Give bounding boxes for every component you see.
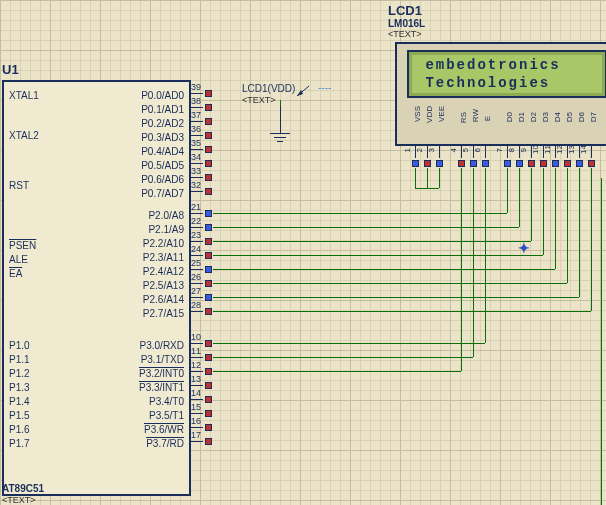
lcd-pin-d5: D5 [565,112,574,122]
pin-p14: P1.4 [9,396,30,407]
lcd-pin-d0: D0 [505,112,514,122]
probe-arrow-icon [295,82,315,100]
lcd-pin-e: E [483,116,492,121]
pin-p04: P0.4/AD4 [141,146,184,157]
u1-chip[interactable]: XTAL1 XTAL2 RST PSEN ALE EA P1.0 P1.1 P1… [2,80,191,496]
pin-p21: P2.1/A9 [148,224,184,235]
pin-p31: P3.1/TXD [141,354,184,365]
probe-text: <TEXT> [242,95,276,105]
lcd-pin-rw: RW [471,109,480,122]
pin-p02: P0.2/AD2 [141,118,184,129]
pin-p24: P2.4/A12 [143,266,184,277]
cursor-crosshair: ✦ [518,240,530,256]
u1-ref[interactable]: U1 [2,62,19,77]
u1-text: <TEXT> [2,495,36,505]
pin-p20: P2.0/A8 [148,210,184,221]
u1-part: AT89C51 [2,483,44,494]
lcd-pin-d1: D1 [517,112,526,122]
lcd-pin-d7: D7 [589,112,598,122]
pin-p27: P2.7/A15 [143,308,184,319]
pin-p12: P1.2 [9,368,30,379]
pin-p06: P0.6/AD6 [141,174,184,185]
pin-p15: P1.5 [9,410,30,421]
lcd-pin-d4: D4 [553,112,562,122]
pin-p35: P3.5/T1 [149,410,184,421]
probe-label: LCD1(VDD) [242,83,295,94]
pin-p22: P2.2/A10 [143,238,184,249]
lcd-body[interactable]: embedotronics Technologies VSS VDD VEE R… [395,42,606,146]
lcd-pin-d6: D6 [577,112,586,122]
pin-xtal1: XTAL1 [9,90,39,101]
pin-p03: P0.3/AD3 [141,132,184,143]
lcd-pin-d3: D3 [541,112,550,122]
power-label: ---- [318,82,331,93]
lcd-pin-vee: VEE [437,106,446,122]
pin-ale: ALE [9,254,28,265]
pin-p16: P1.6 [9,424,30,435]
pin-p10: P1.0 [9,340,30,351]
pin-p36: P3.6/WR [144,424,184,435]
lcd-text: <TEXT> [388,29,422,39]
pin-p23: P2.3/A11 [143,252,184,263]
pin-p33: P3.3/INT1 [139,382,184,393]
pin-p37: P3.7/RD [146,438,184,449]
pin-psen: PSEN [9,240,36,251]
lcd-pin-rs: RS [459,112,468,123]
pin-p26: P2.6/A14 [143,294,184,305]
pin-p34: P3.4/T0 [149,396,184,407]
pin-ea: EA [9,268,22,279]
lcd-screen: embedotronics Technologies [407,50,606,98]
pin-p13: P1.3 [9,382,30,393]
pin-p11: P1.1 [9,354,30,365]
pin-p25: P2.5/A13 [143,280,184,291]
lcd-pin-vss: VSS [413,106,422,122]
pin-p07: P0.7/AD7 [141,188,184,199]
pin-p05: P0.5/AD5 [141,160,184,171]
pin-p01: P0.1/AD1 [141,104,184,115]
lcd-part: LM016L [388,18,425,29]
pin-xtal2: XTAL2 [9,130,39,141]
lcd-pin-d2: D2 [529,112,538,122]
pin-p30: P3.0/RXD [140,340,184,351]
pin-p17: P1.7 [9,438,30,449]
pin-p32: P3.2/INT0 [139,368,184,379]
svg-marker-0 [297,90,303,96]
lcd-ref[interactable]: LCD1 [388,3,422,18]
lcd-pin-vdd: VDD [425,106,434,123]
pin-rst: RST [9,180,29,191]
pin-p00: P0.0/AD0 [141,90,184,101]
